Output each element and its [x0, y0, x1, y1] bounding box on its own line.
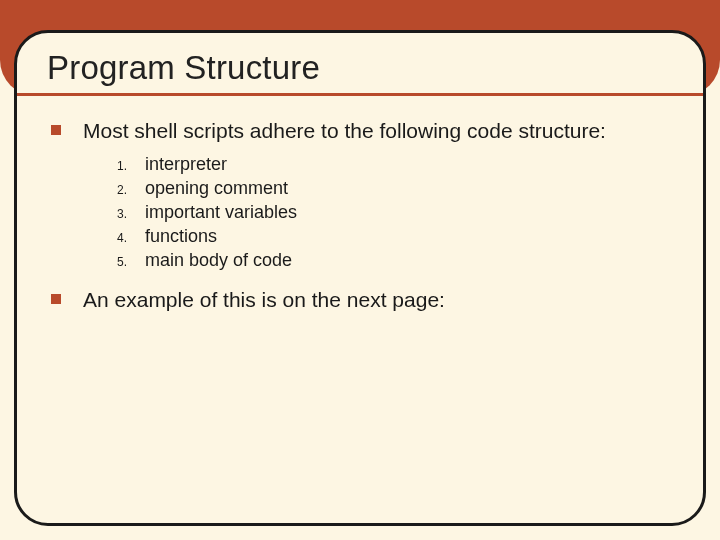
slide-content: Program Structure Most shell scripts adh… — [14, 30, 706, 526]
item-text: functions — [145, 226, 217, 247]
list-item: 4. functions — [117, 226, 681, 247]
item-text: opening comment — [145, 178, 288, 199]
bullet-list: An example of this is on the next page: — [47, 287, 681, 313]
title-underline — [17, 93, 703, 96]
item-number: 5. — [117, 255, 145, 269]
bullet-list: Most shell scripts adhere to the followi… — [47, 118, 681, 144]
list-item: 3. important variables — [117, 202, 681, 223]
list-item: An example of this is on the next page: — [51, 287, 681, 313]
item-text: important variables — [145, 202, 297, 223]
bullet-text: Most shell scripts adhere to the followi… — [83, 118, 606, 144]
list-item: Most shell scripts adhere to the followi… — [51, 118, 681, 144]
item-number: 1. — [117, 159, 145, 173]
item-number: 3. — [117, 207, 145, 221]
list-item: 1. interpreter — [117, 154, 681, 175]
slide-title: Program Structure — [47, 49, 681, 87]
numbered-list: 1. interpreter 2. opening comment 3. imp… — [117, 154, 681, 271]
square-bullet-icon — [51, 294, 61, 304]
item-number: 4. — [117, 231, 145, 245]
list-item: 2. opening comment — [117, 178, 681, 199]
bullet-text: An example of this is on the next page: — [83, 287, 445, 313]
item-number: 2. — [117, 183, 145, 197]
item-text: main body of code — [145, 250, 292, 271]
item-text: interpreter — [145, 154, 227, 175]
square-bullet-icon — [51, 125, 61, 135]
list-item: 5. main body of code — [117, 250, 681, 271]
